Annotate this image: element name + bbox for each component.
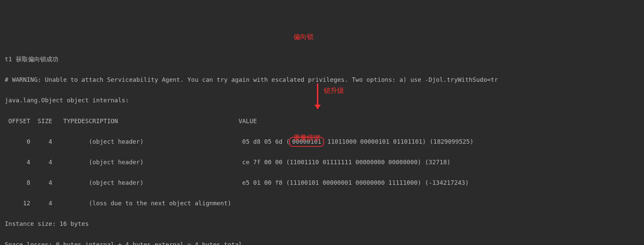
cell-size: 4 <box>30 137 52 147</box>
annotation-heavy-lock: 重量级锁 <box>293 132 320 143</box>
warning-line: # WARNING: Unable to attach Serviceabili… <box>5 75 639 85</box>
cell-size: 4 <box>30 178 52 188</box>
annotation-biased-lock: 偏向锁 <box>293 31 314 42</box>
table-row: 124 (loss due to the next object alignme… <box>5 198 639 209</box>
cell-desc: (loss due to the next object alignment) <box>89 198 242 209</box>
cell-hex: e5 01 00 f8 <box>242 178 286 188</box>
hdr-offset: OFFSET <box>5 116 30 127</box>
hdr-size: SIZE <box>30 116 52 127</box>
table-row: 44 (object header)ce 7f 00 00 (11001110 … <box>5 157 639 168</box>
cell-offset: 4 <box>5 157 30 168</box>
cell-desc: (object header) <box>89 178 242 188</box>
cell-offset: 12 <box>5 198 30 209</box>
cell-rest: (11001110 01111111 00000000 00000000) (3… <box>286 157 450 168</box>
block1-header-row: OFFSET SIZE TYPEDESCRIPTIONVALUE <box>5 116 639 127</box>
cell-size: 4 <box>30 157 52 168</box>
cell-offset: 8 <box>5 178 30 188</box>
cell-hex: 05 d8 05 6d <box>242 137 286 147</box>
arrow-down-icon <box>317 83 318 109</box>
block1-internals: java.lang.Object object internals: <box>5 95 639 106</box>
hdr-desc: DESCRIPTION <box>78 116 239 127</box>
cell-rest: 11011000 00000101 01101101) (1829099525) <box>324 137 473 147</box>
cell-desc: (object header) <box>89 157 242 168</box>
cell-offset: 0 <box>5 137 30 147</box>
hdr-type: TYPE <box>60 116 78 127</box>
cell-size: 4 <box>30 198 52 209</box>
table-row: 84 (object header)e5 01 00 f8 (11100101 … <box>5 178 639 188</box>
hdr-value: VALUE <box>239 116 257 127</box>
block1-title: t1 获取偏向锁成功 <box>5 54 639 65</box>
block1-space-losses: Space losses: 0 bytes internal + 4 bytes… <box>5 240 639 245</box>
cell-hex: ce 7f 00 00 <box>242 157 286 168</box>
cell-desc: (object header) <box>89 137 242 147</box>
table-row: 04 (object header)05 d8 05 6d (00000101 … <box>5 137 639 147</box>
annotation-lock-upgrade: 锁升级 <box>324 85 344 96</box>
block1-instance-size: Instance size: 16 bytes <box>5 219 639 229</box>
cell-rest: (11100101 00000001 00000000 11111000) (-… <box>286 178 469 188</box>
